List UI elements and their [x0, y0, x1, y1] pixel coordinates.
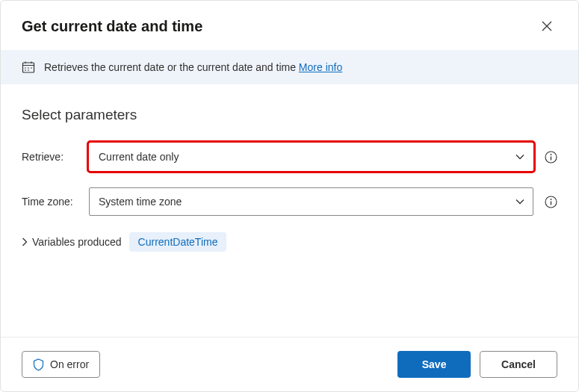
variables-toggle[interactable]: Variables produced [22, 236, 122, 248]
timezone-select[interactable]: System time zone [89, 187, 533, 216]
cancel-button[interactable]: Cancel [480, 351, 557, 378]
save-button[interactable]: Save [397, 351, 471, 378]
info-icon [545, 196, 557, 208]
close-button[interactable] [536, 16, 557, 37]
footer-actions: Save Cancel [397, 351, 557, 378]
close-icon [542, 21, 552, 31]
svg-point-4 [25, 67, 26, 69]
svg-point-8 [28, 69, 29, 71]
dialog-footer: On error Save Cancel [1, 337, 578, 391]
timezone-info-button[interactable] [544, 195, 557, 208]
svg-point-6 [31, 67, 32, 69]
info-icon [545, 151, 557, 164]
info-description: Retrieves the current date or the curren… [44, 61, 299, 73]
retrieve-value: Current date only [99, 151, 179, 163]
dialog-title: Get current date and time [22, 18, 202, 35]
retrieve-label: Retrieve: [22, 151, 83, 163]
on-error-label: On error [50, 358, 89, 370]
svg-point-10 [550, 154, 551, 155]
more-info-link[interactable]: More info [299, 61, 342, 73]
shield-icon [33, 358, 44, 371]
retrieve-info-button[interactable] [544, 150, 557, 164]
variable-chip[interactable]: CurrentDateTime [129, 232, 227, 252]
chevron-right-icon [22, 237, 28, 246]
timezone-select-wrap: System time zone [89, 187, 533, 216]
timezone-value: System time zone [99, 196, 182, 208]
retrieve-row: Retrieve: Current date only [22, 143, 557, 171]
timezone-row: Time zone: System time zone [22, 187, 557, 216]
section-title: Select parameters [22, 107, 557, 123]
info-banner-text: Retrieves the current date or the curren… [44, 61, 342, 73]
timezone-label: Time zone: [22, 196, 83, 208]
svg-point-5 [28, 67, 29, 69]
retrieve-select[interactable]: Current date only [89, 143, 533, 171]
variables-row: Variables produced CurrentDateTime [22, 232, 557, 252]
on-error-button[interactable]: On error [22, 351, 100, 378]
info-banner: Retrieves the current date or the curren… [1, 50, 578, 84]
svg-point-7 [25, 69, 26, 71]
variables-label: Variables produced [32, 236, 122, 248]
svg-point-13 [550, 199, 551, 200]
retrieve-select-wrap: Current date only [89, 143, 533, 171]
dialog-header: Get current date and time [1, 1, 578, 50]
content-area: Select parameters Retrieve: Current date… [1, 84, 578, 337]
calendar-icon [22, 60, 35, 74]
